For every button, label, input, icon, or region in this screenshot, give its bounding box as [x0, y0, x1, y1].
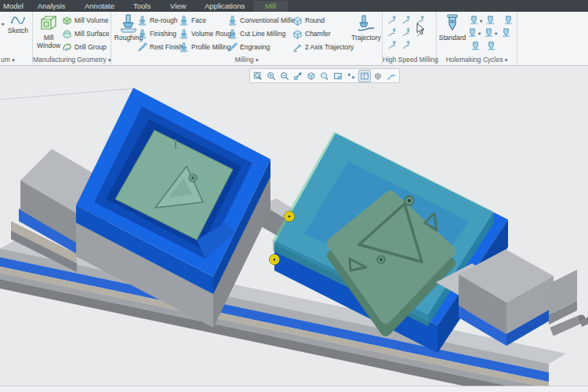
holemaking-button-5[interactable] — [484, 27, 494, 38]
holemaking-button-6[interactable] — [501, 27, 511, 38]
two-axis-trajectory-button[interactable]: 2 Axis Trajectory — [292, 42, 354, 53]
zoom-in-button[interactable] — [265, 70, 278, 82]
volume-rough-button[interactable]: Volume Rough — [179, 28, 235, 39]
chevron-down-icon[interactable]: ▾ — [495, 31, 497, 37]
engraving-button[interactable]: Engraving — [227, 42, 270, 53]
menu-annotate[interactable]: Annotate — [85, 0, 114, 12]
mill-window-button[interactable]: Mill Window — [34, 13, 64, 49]
hsm-button-5[interactable] — [401, 27, 412, 38]
trajectory-curve-icon — [292, 42, 303, 53]
holemaking-cycles-label[interactable]: Holemaking Cycles ▾ — [437, 56, 517, 64]
mill-volume-icon — [62, 16, 72, 26]
sketch-button[interactable]: Sketch — [5, 14, 31, 35]
face-button[interactable]: Face — [179, 15, 206, 26]
hsm-button-8[interactable] — [401, 40, 412, 50]
finishing-button[interactable]: Finishing — [137, 28, 176, 39]
mill-tool-icon — [137, 16, 147, 26]
chamfer-button[interactable]: Chamfer — [292, 28, 331, 39]
datum-line — [0, 89, 133, 100]
roughing-icon — [118, 13, 139, 34]
milling-group-label[interactable]: Milling ▾ — [111, 56, 382, 64]
group-holemaking-cycles: Standard ▾ ▾ ▾ Holemaking Cycles ▾ — [437, 12, 517, 65]
menu-tools[interactable]: Tools — [133, 0, 151, 12]
chevron-down-icon: ▾ — [12, 57, 15, 63]
standard-drill-icon — [442, 13, 463, 34]
status-strip — [0, 386, 588, 392]
mouse-cursor — [416, 23, 425, 35]
mill-window-icon — [38, 13, 59, 34]
group-manufacturing-geometry: Mill Window Mill Volume Mill Surface Dri… — [33, 12, 111, 65]
menu-bar: Model Analysis Annotate Tools View Appli… — [0, 0, 588, 12]
sketch-icon — [10, 14, 26, 27]
chamfer-icon — [292, 29, 303, 39]
hsm-button-7[interactable] — [387, 40, 397, 50]
holemaking-button-8[interactable] — [486, 41, 496, 51]
viewport-3d[interactable] — [0, 66, 588, 392]
chevron-down-icon: ▾ — [256, 57, 259, 63]
drill-group-button[interactable]: Drill Group — [62, 42, 107, 53]
chevron-down-icon[interactable]: ▾ — [2, 21, 4, 27]
holemaking-button-3[interactable] — [503, 15, 514, 25]
holemaking-button-4[interactable] — [467, 27, 477, 38]
chevron-down-icon[interactable]: ▾ — [480, 18, 482, 24]
mill-surface-icon — [62, 29, 72, 39]
profile-milling-button[interactable]: Profile Milling — [179, 42, 231, 53]
chevron-down-icon[interactable]: ▾ — [478, 31, 481, 37]
standard-cycle-button[interactable]: Standard — [438, 13, 466, 42]
group-milling: Roughing Re-rough Finishing Rest Finish … — [111, 12, 383, 65]
tab-mill[interactable]: Mill — [253, 1, 288, 12]
cut-line-milling-button[interactable]: Cut Line Milling — [227, 28, 285, 39]
high-speed-milling-label[interactable]: High Speed Milling — [383, 56, 436, 64]
zoom-out-button[interactable] — [278, 70, 291, 82]
display-style-button[interactable] — [332, 70, 344, 82]
mill-surface-button[interactable]: Mill Surface — [62, 28, 109, 39]
spin-center-button[interactable] — [372, 70, 384, 82]
menu-model[interactable]: Model — [3, 0, 24, 12]
saved-views-button[interactable] — [318, 70, 331, 82]
annotation-display-button[interactable] — [358, 70, 371, 82]
conventional-milling-button[interactable]: Conventional Milling — [227, 15, 299, 26]
zoom-region-button[interactable] — [252, 70, 264, 82]
mill-tool-icon — [179, 16, 189, 26]
group-datum: ▾ Sketch um ▾ — [0, 12, 33, 65]
mill-tool-icon — [179, 29, 189, 39]
manufacturing-geometry-label[interactable]: Manufacturing Geometry ▾ — [33, 56, 111, 64]
hsm-button-2[interactable] — [401, 15, 412, 25]
mill-tool-icon — [137, 29, 147, 39]
holemaking-button-1[interactable] — [469, 15, 479, 25]
hsm-button-4[interactable] — [387, 27, 397, 38]
mill-tool-icon — [227, 29, 238, 39]
trajectory-button[interactable]: Trajectory — [350, 13, 383, 42]
menu-analysis[interactable]: Analysis — [38, 0, 65, 12]
round-icon — [292, 16, 303, 26]
mill-volume-button[interactable]: Mill Volume — [62, 15, 108, 26]
mill-tool-icon — [179, 42, 189, 53]
rest-finish-icon — [137, 42, 147, 53]
mill-tool-icon — [227, 16, 238, 26]
component-drag-button[interactable] — [385, 70, 397, 82]
engraving-icon — [227, 42, 238, 53]
drill-group-icon — [62, 42, 72, 53]
holemaking-button-2[interactable] — [485, 15, 495, 25]
datum-group-label[interactable]: um ▾ — [0, 56, 33, 64]
chevron-down-icon: ▾ — [505, 57, 508, 63]
hsm-button-1[interactable] — [387, 15, 397, 25]
refit-button[interactable] — [292, 70, 304, 82]
re-rough-button[interactable]: Re-rough — [137, 15, 177, 26]
ribbon: ▾ Sketch um ▾ Mill Window Mill Volume Mi… — [0, 12, 588, 66]
trajectory-icon — [356, 13, 376, 34]
menu-view[interactable]: View — [170, 0, 186, 12]
graphics-toolbar — [249, 68, 400, 83]
holemaking-button-7[interactable] — [470, 41, 481, 51]
chevron-down-icon: ▾ — [108, 57, 111, 63]
menu-applications[interactable]: Applications — [205, 0, 245, 12]
group-high-speed-milling: High Speed Milling — [383, 12, 437, 65]
round-button[interactable]: Round — [292, 15, 325, 26]
datum-display-button[interactable] — [345, 70, 358, 82]
rest-finish-button[interactable]: Rest Finish — [137, 42, 183, 53]
standard-orientation-button[interactable] — [305, 70, 318, 82]
